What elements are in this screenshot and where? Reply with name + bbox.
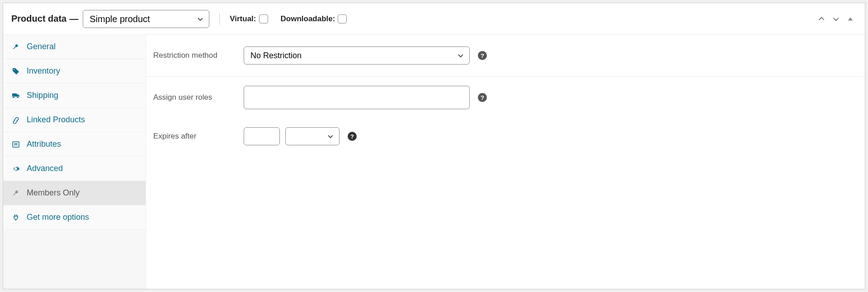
product-data-tabs: General Inventory Shipping Linked Produc… (3, 35, 146, 289)
tab-linked-products[interactable]: Linked Products (3, 108, 146, 132)
help-icon[interactable]: ? (478, 51, 487, 60)
panel-title: Product data (11, 14, 66, 24)
tab-members-only[interactable]: Members Only (3, 181, 146, 205)
tab-label: Inventory (27, 66, 60, 76)
plug-icon (12, 214, 20, 221)
separator (219, 13, 220, 25)
panel-dash: — (69, 14, 78, 24)
wrench-icon (12, 43, 20, 51)
restriction-method-select[interactable]: No Restriction (244, 46, 470, 65)
downloadable-checkbox[interactable] (338, 14, 347, 23)
help-icon[interactable]: ? (348, 132, 357, 141)
tab-inventory[interactable]: Inventory (3, 59, 146, 83)
tab-label: Get more options (27, 213, 89, 222)
expires-unit-select[interactable] (285, 127, 340, 145)
chevron-down-icon (832, 15, 840, 23)
collapse-button[interactable] (844, 13, 857, 25)
link-icon (12, 116, 20, 124)
tag-icon (12, 68, 20, 75)
product-type-select[interactable]: Simple product (83, 10, 209, 28)
tab-general[interactable]: General (3, 35, 146, 59)
tab-label: Attributes (27, 139, 61, 149)
product-data-panel: Product data — Simple product Virtual: D… (3, 3, 865, 289)
assign-roles-input[interactable] (244, 86, 470, 109)
gear-icon (12, 165, 20, 172)
tab-label: Linked Products (27, 115, 85, 125)
panel-header: Product data — Simple product Virtual: D… (3, 3, 865, 35)
members-only-content: Restriction method No Restriction ? Assi… (146, 35, 865, 289)
move-down-button[interactable] (830, 13, 842, 25)
tab-label: Shipping (27, 91, 58, 100)
tab-advanced[interactable]: Advanced (3, 157, 146, 181)
svg-rect-0 (13, 142, 19, 147)
triangle-up-icon (847, 16, 854, 22)
help-icon[interactable]: ? (478, 93, 487, 102)
downloadable-label: Downloadable: (281, 14, 335, 23)
assign-roles-label: Assign user roles (153, 93, 244, 102)
truck-icon (12, 92, 20, 99)
expires-number-input[interactable] (244, 127, 280, 145)
tab-attributes[interactable]: Attributes (3, 132, 146, 157)
tab-label: General (27, 42, 56, 51)
tab-shipping[interactable]: Shipping (3, 83, 146, 108)
chevron-up-icon (817, 15, 826, 23)
tab-label: Members Only (27, 188, 80, 198)
tab-label: Advanced (27, 164, 63, 173)
virtual-label: Virtual: (230, 14, 256, 23)
move-up-button[interactable] (815, 13, 828, 25)
virtual-checkbox[interactable] (259, 14, 268, 23)
restriction-method-label: Restriction method (153, 51, 244, 60)
expires-after-label: Expires after (153, 132, 244, 141)
tab-get-more-options[interactable]: Get more options (3, 205, 146, 230)
wrench-icon (12, 190, 20, 197)
list-icon (12, 141, 20, 148)
